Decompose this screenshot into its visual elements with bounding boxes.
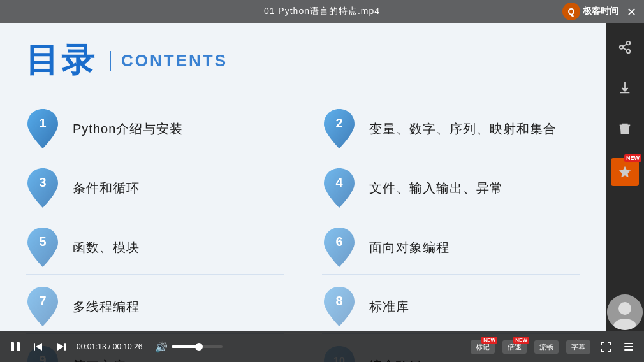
- svg-rect-22: [17, 342, 20, 351]
- brand-icon: Q: [562, 3, 580, 20]
- subtitle-button[interactable]: 字幕: [566, 340, 590, 354]
- pin-3: 3: [26, 168, 60, 208]
- svg-point-12: [627, 50, 631, 54]
- right-sidebar: NEW: [606, 23, 644, 331]
- list-item: 1 Python介绍与安装: [26, 102, 284, 156]
- svg-point-11: [620, 45, 624, 49]
- volume-bar[interactable]: [172, 345, 223, 348]
- item-text-4: 文件、输入输出、异常: [369, 180, 503, 197]
- svg-point-19: [618, 302, 631, 315]
- item-text-6: 面向对象编程: [369, 239, 450, 256]
- speed-new-badge: NEW: [513, 337, 529, 344]
- top-bar: 01 Python语言的特点.mp4 Q 极客时间 ✕: [0, 0, 644, 23]
- svg-text:7: 7: [39, 294, 46, 308]
- list-item: 6 面向对象编程: [322, 221, 580, 275]
- video-player: 01 Python语言的特点.mp4 Q 极客时间 ✕ 目录 CONTENTS: [0, 0, 644, 362]
- svg-text:8: 8: [335, 294, 342, 308]
- svg-rect-28: [624, 346, 633, 347]
- close-button[interactable]: ✕: [627, 5, 636, 19]
- slide-area: 目录 CONTENTS 1: [0, 23, 606, 331]
- speed-button[interactable]: NEW 倍速: [502, 340, 527, 354]
- list-item: 4 文件、输入输出、异常: [322, 161, 580, 215]
- svg-text:5: 5: [39, 235, 46, 249]
- control-bar: 00:01:13 / 00:10:26 🔊 NEW 标记 NEW 倍速 流畅 字…: [0, 331, 644, 362]
- item-text-8: 标准库: [369, 298, 409, 315]
- share-button[interactable]: [613, 36, 636, 59]
- content-grid: 1 Python介绍与安装 2 变量、数字、序列、映射和集合: [26, 102, 580, 362]
- svg-rect-25: [64, 343, 66, 351]
- item-text-1: Python介绍与安装: [73, 120, 183, 138]
- svg-text:2: 2: [335, 116, 342, 130]
- next-button[interactable]: [54, 339, 69, 354]
- fullscreen-button[interactable]: [598, 339, 613, 354]
- time-display: 00:01:13 / 00:10:26: [77, 342, 142, 351]
- list-item: 8 标准库: [322, 280, 580, 334]
- title-english: CONTENTS: [110, 51, 228, 71]
- pin-6: 6: [322, 227, 356, 268]
- slide-title-area: 目录 CONTENTS: [26, 38, 580, 83]
- item-text-5: 函数、模块: [73, 239, 140, 256]
- title-chinese: 目录: [26, 38, 97, 83]
- pin-4: 4: [322, 168, 356, 208]
- svg-marker-26: [57, 343, 64, 351]
- download-button[interactable]: [613, 76, 636, 99]
- list-item: 5 函数、模块: [26, 221, 284, 275]
- list-item: 2 变量、数字、序列、映射和集合: [322, 102, 580, 156]
- svg-rect-29: [624, 349, 633, 351]
- pin-5: 5: [26, 227, 60, 268]
- playlist-button[interactable]: [621, 339, 636, 354]
- pin-1: 1: [26, 108, 60, 149]
- delete-button[interactable]: [613, 117, 636, 140]
- brand-name: 极客时间: [583, 6, 618, 17]
- svg-rect-27: [624, 343, 633, 344]
- svg-text:6: 6: [335, 235, 342, 249]
- avatar: [607, 294, 643, 330]
- video-title: 01 Python语言的特点.mp4: [264, 6, 380, 17]
- svg-line-14: [623, 44, 627, 47]
- pause-button[interactable]: [8, 339, 23, 354]
- volume-icon[interactable]: 🔊: [155, 341, 168, 353]
- tag-new-badge: NEW: [481, 337, 497, 344]
- volume-area: 🔊: [155, 341, 223, 353]
- brand-logo: Q 极客时间: [562, 3, 618, 20]
- pin-2: 2: [322, 108, 356, 149]
- item-text-7: 多线程编程: [73, 298, 140, 315]
- svg-rect-21: [11, 342, 14, 351]
- list-item: 3 条件和循环: [26, 161, 284, 215]
- quality-button[interactable]: 流畅: [534, 340, 559, 354]
- svg-point-10: [627, 41, 631, 45]
- star-button[interactable]: NEW: [611, 158, 639, 186]
- pin-7: 7: [26, 286, 60, 327]
- svg-marker-17: [619, 166, 631, 177]
- volume-fill: [172, 345, 200, 348]
- new-badge: NEW: [624, 154, 641, 162]
- prev-button[interactable]: [31, 339, 46, 354]
- pin-8: 8: [322, 286, 356, 327]
- item-text-2: 变量、数字、序列、映射和集合: [369, 120, 557, 138]
- svg-text:4: 4: [335, 175, 343, 189]
- list-item: 7 多线程编程: [26, 280, 284, 334]
- svg-text:1: 1: [39, 116, 46, 130]
- item-text-3: 条件和循环: [73, 180, 140, 197]
- tag-button[interactable]: NEW 标记: [471, 340, 495, 354]
- svg-text:3: 3: [39, 175, 46, 189]
- svg-marker-24: [36, 343, 42, 351]
- svg-line-13: [623, 48, 627, 50]
- svg-rect-23: [34, 343, 35, 351]
